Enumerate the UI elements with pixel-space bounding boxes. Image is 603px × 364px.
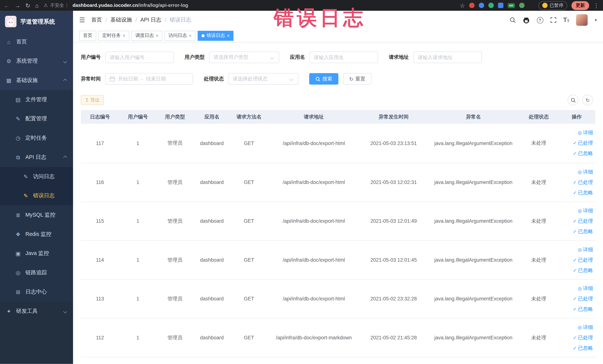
user-type-select[interactable]: 请选择用户类型 [209, 52, 279, 63]
sidebar-item-home[interactable]: ⌂ 首页 [0, 32, 73, 52]
reset-button-label: 重置 [355, 75, 365, 82]
mark-ignored-link[interactable]: ✓已忽略 [573, 189, 593, 196]
tab-access-log[interactable]: 访问日志 × [165, 31, 195, 41]
export-button[interactable]: ↥ 导出 [81, 95, 104, 105]
sidebar-item-scheduled-task[interactable]: ◷ 定时任务 [0, 129, 73, 148]
app-logo[interactable]: 芋道管理系统 [0, 11, 73, 32]
cell-status: 未处理 [520, 318, 558, 357]
paused-label: 已暂停 [550, 2, 564, 9]
font-size-icon[interactable]: TT [563, 17, 569, 23]
breadcrumb-item[interactable]: API 日志 [140, 16, 161, 23]
extension-icon-paw[interactable] [529, 3, 534, 8]
toggle-search-button[interactable] [568, 94, 578, 105]
fullscreen-icon[interactable] [550, 17, 556, 23]
user-id-input[interactable] [105, 52, 174, 63]
sidebar-item-log-center[interactable]: ⊞ 日志中心 [0, 282, 73, 302]
mark-processed-link[interactable]: ✓已处理 [573, 218, 593, 224]
help-icon[interactable]: ? [537, 17, 543, 23]
profile-paused-badge[interactable]: 已暂停 [538, 1, 567, 10]
detail-link[interactable]: ◎详细 [578, 168, 593, 175]
mark-ignored-link[interactable]: ✓已忽略 [573, 150, 593, 157]
mark-processed-link[interactable]: ✓已处理 [573, 295, 593, 302]
user-avatar[interactable] [576, 14, 588, 26]
detail-link[interactable]: ◎详细 [578, 246, 593, 253]
user-menu-caret-icon[interactable]: ▾ [595, 17, 597, 23]
browser-menu-icon[interactable]: ⋮ [593, 2, 599, 8]
sidebar-item-file-manage[interactable]: ▤ 文件管理 [0, 90, 73, 109]
back-icon[interactable]: ← [4, 2, 10, 8]
close-icon[interactable]: × [227, 33, 230, 38]
cell-operations: ◎详细 ✓已处理 ✓已忽略 [558, 201, 595, 240]
detail-link[interactable]: ◎详细 [578, 129, 593, 136]
mark-ignored-link[interactable]: ✓已忽略 [573, 344, 593, 351]
sidebar-item-label: 日志中心 [25, 289, 68, 295]
refresh-table-button[interactable]: ↻ [582, 94, 593, 105]
extension-icon-blue-drop[interactable] [479, 3, 484, 8]
extension-icon-blue-grid[interactable] [498, 3, 503, 8]
sidebar-item-config-manage[interactable]: ✎ 配置管理 [0, 109, 73, 129]
error-log-icon: ✎ [22, 193, 29, 199]
profile-avatar-emoji [542, 3, 548, 8]
process-status-select[interactable]: 请选择处理状态 [228, 73, 299, 84]
mark-ignored-link[interactable]: ✓已忽略 [573, 228, 593, 235]
tab-error-log[interactable]: 错误日志 × [197, 31, 233, 41]
breadcrumb-item[interactable]: 基础设施 [110, 16, 132, 23]
filter-app-name: 应用名 [290, 52, 378, 63]
extension-icon-leaf[interactable] [519, 3, 525, 8]
mark-processed-link[interactable]: ✓已处理 [573, 140, 593, 147]
request-url-input[interactable] [413, 52, 482, 63]
breadcrumb: 首页 / 基础设施 / API 日志 / 错误日志 [91, 16, 191, 23]
update-chrome-button[interactable]: 更新 [571, 1, 589, 10]
sidebar-item-api-log[interactable]: ⧉ API 日志 [0, 148, 73, 167]
search-icon[interactable] [509, 17, 515, 23]
tab-schedule-log[interactable]: 调度日志 × [132, 31, 162, 41]
sidebar-item-infrastructure[interactable]: ▦ 基础设施 [0, 71, 73, 90]
close-icon[interactable]: × [123, 33, 126, 38]
detail-link[interactable]: ◎详细 [578, 285, 593, 292]
sidebar-item-mysql-monitor[interactable]: ≣ MySQL 监控 [0, 205, 73, 225]
sidebar-bottom: ✦ 研发工具 [0, 302, 73, 364]
sidebar-item-error-log[interactable]: ✎ 错误日志 [0, 186, 73, 205]
breadcrumb-separator: / [165, 17, 166, 23]
sidebar-item-redis-monitor[interactable]: ❖ Redis 监控 [0, 225, 73, 244]
sidebar-item-java-monitor[interactable]: ▣ Java 监控 [0, 244, 73, 263]
date-range-picker[interactable]: 开始日期 - 结束日期 [105, 73, 193, 84]
chevron-down-icon [63, 59, 67, 63]
cell-log-id: 117 [81, 124, 119, 163]
search-button[interactable]: 搜索 [309, 73, 338, 84]
tab-scheduled-task[interactable]: 定时任务 × [98, 31, 129, 41]
file-icon: ▤ [15, 97, 22, 103]
eye-icon: ◎ [578, 286, 582, 291]
filter-process-status: 处理状态 请选择处理状态 [204, 73, 299, 84]
github-icon[interactable] [522, 16, 530, 23]
access-log-icon: ✎ [22, 174, 29, 180]
site-security[interactable]: ⚠ 不安全 | [44, 2, 68, 9]
breadcrumb-item[interactable]: 首页 [91, 16, 102, 23]
bookmark-star-icon[interactable]: ☆ [460, 2, 465, 8]
mark-processed-link[interactable]: ✓已处理 [573, 179, 593, 186]
forward-icon[interactable]: → [15, 2, 20, 8]
close-icon[interactable]: × [189, 33, 192, 38]
detail-link[interactable]: ◎详细 [578, 324, 593, 331]
sidebar-item-dev-tools[interactable]: ✦ 研发工具 [0, 302, 73, 321]
mark-processed-link[interactable]: ✓已处理 [573, 334, 593, 341]
reset-button[interactable]: ↻ 重置 [343, 73, 371, 84]
app-name-input[interactable] [310, 52, 378, 63]
collapse-sidebar-icon[interactable]: ☰ [79, 16, 85, 24]
mark-ignored-link[interactable]: ✓已忽略 [573, 305, 593, 312]
mark-processed-link[interactable]: ✓已处理 [573, 257, 593, 263]
reload-icon[interactable]: ↻ [25, 2, 30, 8]
sidebar-item-trace[interactable]: ◎ 链路追踪 [0, 263, 73, 282]
extension-icon-green[interactable] [488, 3, 494, 8]
extension-icon-on-badge[interactable]: on [508, 3, 515, 8]
extension-icon-red[interactable] [469, 3, 475, 8]
detail-link[interactable]: ◎详细 [578, 207, 593, 214]
mark-ignored-link[interactable]: ✓已忽略 [573, 267, 593, 274]
close-icon[interactable]: × [156, 33, 159, 38]
column-header: 异常名 [427, 110, 520, 124]
browser-home-icon[interactable]: ⌂ [35, 2, 39, 8]
sidebar-item-access-log[interactable]: ✎ 访问日志 [0, 167, 73, 186]
sidebar-item-system-manage[interactable]: ⚙ 系统管理 [0, 52, 73, 71]
tab-home[interactable]: 首页 [79, 31, 96, 41]
address-bar[interactable]: dashboard.yudao.iocoder.cn/infra/log/api… [72, 3, 188, 8]
